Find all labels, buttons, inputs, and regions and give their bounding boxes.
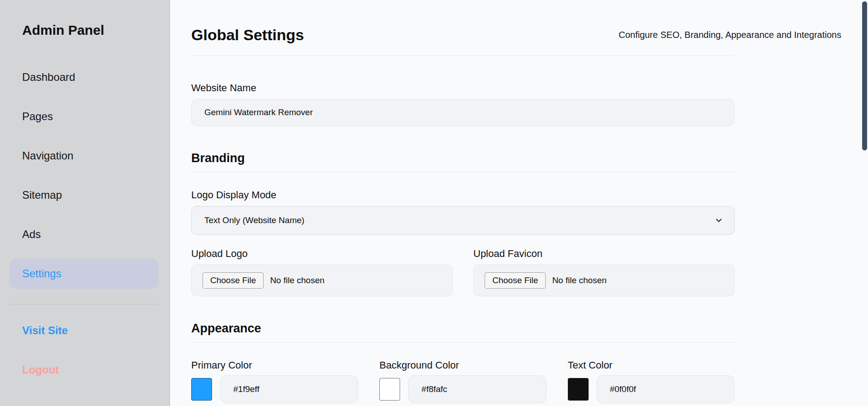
primary-color-input[interactable] xyxy=(220,375,358,403)
scrollbar-thumb[interactable] xyxy=(862,1,867,150)
primary-color-field: Primary Color xyxy=(191,359,358,403)
logout-link[interactable]: Logout xyxy=(0,355,170,384)
colors-row: Primary Color Background Color Text Colo… xyxy=(191,359,735,403)
sidebar-item-label: Ads xyxy=(22,228,41,241)
page-title: Global Settings xyxy=(191,25,304,44)
sidebar-divider xyxy=(10,304,158,304)
background-color-input[interactable] xyxy=(408,375,546,403)
text-color-input[interactable] xyxy=(597,375,735,403)
upload-row: Upload Logo Choose File No file chosen U… xyxy=(191,247,735,296)
text-color-label: Text Color xyxy=(568,359,735,372)
page-subtitle: Configure SEO, Branding, Appearance and … xyxy=(618,30,841,40)
website-name-input[interactable] xyxy=(191,99,735,126)
logo-display-mode-label: Logo Display Mode xyxy=(191,189,868,201)
sidebar: Admin Panel Dashboard Pages Navigation S… xyxy=(0,0,170,406)
logo-display-mode-select[interactable]: Text Only (Website Name) xyxy=(191,206,735,235)
sidebar-item-navigation[interactable]: Navigation xyxy=(10,141,158,171)
branding-divider xyxy=(191,172,735,173)
header-divider xyxy=(191,55,735,56)
website-name-label: Website Name xyxy=(191,82,868,94)
background-color-swatch[interactable] xyxy=(379,378,400,401)
upload-logo-input: Choose File No file chosen xyxy=(191,265,453,296)
appearance-heading: Appearance xyxy=(191,321,868,336)
sidebar-item-label: Dashboard xyxy=(22,71,75,84)
text-color-field: Text Color xyxy=(568,359,735,403)
sidebar-item-label: Settings xyxy=(22,267,61,280)
upload-logo-label: Upload Logo xyxy=(191,247,453,260)
page-header: Global Settings Configure SEO, Branding,… xyxy=(191,25,841,44)
app-title: Admin Panel xyxy=(22,23,170,38)
visit-site-link[interactable]: Visit Site xyxy=(0,316,170,345)
choose-file-button[interactable]: Choose File xyxy=(203,272,264,289)
background-color-label: Background Color xyxy=(379,359,546,372)
main-content: Global Settings Configure SEO, Branding,… xyxy=(170,0,868,406)
branding-heading: Branding xyxy=(191,150,868,166)
sidebar-item-label: Sitemap xyxy=(22,189,62,201)
file-status-text: No file chosen xyxy=(270,275,324,285)
appearance-divider xyxy=(191,342,735,343)
upload-favicon-field: Upload Favicon Choose File No file chose… xyxy=(473,247,735,296)
choose-file-button[interactable]: Choose File xyxy=(485,272,546,289)
file-status-text: No file chosen xyxy=(552,275,606,285)
sidebar-item-ads[interactable]: Ads xyxy=(10,219,158,249)
logout-label: Logout xyxy=(22,364,59,376)
sidebar-item-sitemap[interactable]: Sitemap xyxy=(10,180,158,210)
visit-site-label: Visit Site xyxy=(22,324,68,337)
chevron-down-icon xyxy=(714,216,723,225)
sidebar-item-label: Navigation xyxy=(22,149,73,162)
upload-favicon-input: Choose File No file chosen xyxy=(473,265,735,296)
sidebar-nav: Dashboard Pages Navigation Sitemap Ads S… xyxy=(0,62,170,289)
sidebar-item-settings[interactable]: Settings xyxy=(10,259,158,289)
sidebar-item-label: Pages xyxy=(22,110,53,123)
upload-logo-field: Upload Logo Choose File No file chosen xyxy=(191,247,453,296)
text-color-swatch[interactable] xyxy=(568,378,589,401)
primary-color-label: Primary Color xyxy=(191,359,358,372)
primary-color-swatch[interactable] xyxy=(191,378,212,401)
background-color-field: Background Color xyxy=(379,359,546,403)
upload-favicon-label: Upload Favicon xyxy=(473,247,735,260)
logo-display-mode-value: Text Only (Website Name) xyxy=(204,215,304,225)
sidebar-item-pages[interactable]: Pages xyxy=(10,102,158,131)
sidebar-item-dashboard[interactable]: Dashboard xyxy=(10,62,158,92)
